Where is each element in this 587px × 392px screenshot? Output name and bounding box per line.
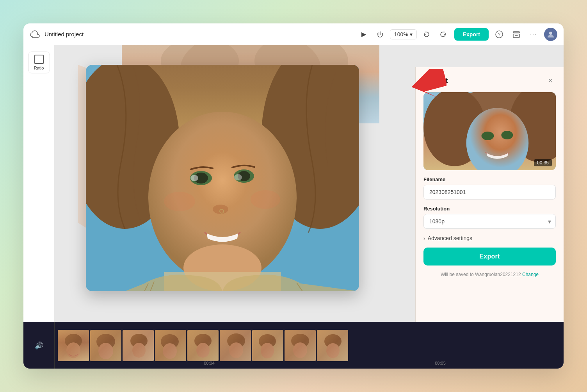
toolbar: Untitled project ▶ 100% ▾: [23, 23, 564, 45]
svg-point-62: [293, 342, 307, 358]
filename-label: Filename: [423, 176, 556, 182]
export-panel-title: Export: [423, 76, 448, 85]
svg-point-59: [261, 343, 274, 358]
svg-point-40: [65, 334, 82, 348]
undo-button[interactable]: [420, 28, 433, 41]
svg-rect-63: [317, 330, 348, 361]
export-panel: Export ×: [415, 67, 564, 322]
zoom-control[interactable]: 100% ▾: [390, 29, 417, 39]
svg-rect-45: [123, 330, 154, 361]
timeline-thumb-9: [317, 330, 348, 361]
svg-point-5: [549, 32, 552, 35]
svg-point-47: [132, 343, 146, 358]
svg-rect-54: [220, 330, 251, 361]
ratio-icon: [34, 55, 44, 64]
svg-point-56: [229, 342, 243, 358]
editor-window: Untitled project ▶ 100% ▾: [23, 23, 564, 369]
help-button[interactable]: ?: [493, 28, 506, 41]
svg-point-43: [96, 334, 115, 349]
toolbar-left: Untitled project: [30, 29, 352, 40]
svg-point-55: [227, 333, 245, 348]
svg-point-44: [98, 343, 113, 359]
timeline-thumb-5: [187, 330, 219, 361]
close-button[interactable]: ×: [545, 75, 556, 86]
svg-point-52: [194, 334, 212, 348]
resolution-label: Resolution: [423, 206, 556, 212]
cloud-icon: [30, 29, 41, 40]
svg-point-65: [326, 343, 340, 358]
export-duration: 00:35: [534, 159, 552, 166]
svg-point-53: [196, 343, 210, 358]
timeline-thumb-2: [90, 330, 121, 361]
svg-rect-39: [58, 330, 89, 361]
help-icon: ?: [495, 30, 503, 38]
svg-point-27: [251, 190, 280, 209]
content-area: Ratio: [23, 45, 564, 322]
toolbar-center: ▶ 100% ▾: [357, 28, 450, 41]
svg-point-46: [130, 334, 148, 348]
svg-rect-51: [187, 330, 219, 361]
svg-point-22: [234, 174, 242, 180]
resolution-select-wrapper: 720p 1080p 4K ▾: [423, 214, 556, 229]
timeline: 🔊: [23, 322, 564, 369]
more-button[interactable]: ···: [527, 28, 540, 41]
advanced-settings-label: Advanced settings: [428, 235, 472, 241]
export-panel-header: Export ×: [423, 75, 556, 86]
time-labels: 00:04 00:05: [86, 361, 564, 365]
export-thumbnail: 00:35: [423, 92, 556, 170]
resolution-section: Resolution 720p 1080p 4K ▾: [423, 206, 556, 229]
resolution-select[interactable]: 720p 1080p 4K: [423, 214, 556, 229]
svg-point-61: [291, 334, 309, 348]
timeline-thumb-6: [220, 330, 251, 361]
chevron-right-icon: ›: [423, 235, 425, 241]
timeline-thumb-1: [58, 330, 89, 361]
svg-rect-2: [513, 32, 519, 33]
project-title: Untitled project: [44, 31, 84, 37]
avatar[interactable]: [544, 28, 557, 41]
left-sidebar: Ratio: [23, 45, 55, 322]
timeline-content: 00:04 00:05: [55, 322, 564, 369]
svg-text:?: ?: [498, 32, 501, 37]
svg-point-58: [259, 334, 276, 348]
hand-tool-button[interactable]: [374, 28, 387, 41]
play-button[interactable]: ▶: [357, 28, 370, 41]
svg-point-26: [164, 192, 195, 211]
timeline-thumb-4: [155, 330, 186, 361]
undo-icon: [423, 31, 430, 38]
svg-rect-48: [155, 330, 186, 361]
svg-rect-42: [90, 330, 121, 361]
svg-point-21: [190, 175, 198, 181]
save-info: Will be saved to Wangruolan20221212 Chan…: [423, 272, 556, 277]
canvas-area: Export ×: [55, 45, 564, 322]
redo-icon: [439, 31, 446, 38]
time-label-2: 00:05: [435, 361, 446, 365]
archive-button[interactable]: [510, 28, 523, 41]
svg-point-41: [66, 342, 80, 358]
ratio-button[interactable]: Ratio: [28, 52, 50, 73]
svg-point-50: [163, 343, 177, 359]
toolbar-right: Export ? ···: [454, 28, 557, 41]
canvas-background: [55, 45, 415, 322]
hand-icon: [377, 31, 384, 38]
svg-rect-60: [285, 330, 316, 361]
ratio-label: Ratio: [34, 66, 44, 70]
change-link[interactable]: Change: [522, 272, 539, 277]
archive-icon: [512, 30, 520, 38]
time-label-1: 00:04: [204, 361, 215, 365]
advanced-settings-toggle[interactable]: › Advanced settings: [423, 235, 556, 241]
svg-point-37: [501, 131, 513, 139]
volume-icon[interactable]: 🔊: [35, 341, 43, 350]
svg-point-49: [161, 334, 179, 349]
filename-section: Filename: [423, 176, 556, 200]
timeline-left: 🔊: [23, 322, 55, 369]
export-action-button[interactable]: Export: [423, 248, 556, 265]
svg-rect-57: [252, 330, 283, 361]
filename-input[interactable]: [423, 185, 556, 200]
export-button[interactable]: Export: [454, 28, 489, 41]
redo-button[interactable]: [436, 28, 450, 41]
timeline-thumb-8: [285, 330, 316, 361]
svg-point-64: [324, 334, 342, 348]
svg-point-36: [482, 132, 494, 140]
timeline-thumb-7: [252, 330, 283, 361]
main-video-preview[interactable]: [86, 65, 359, 291]
